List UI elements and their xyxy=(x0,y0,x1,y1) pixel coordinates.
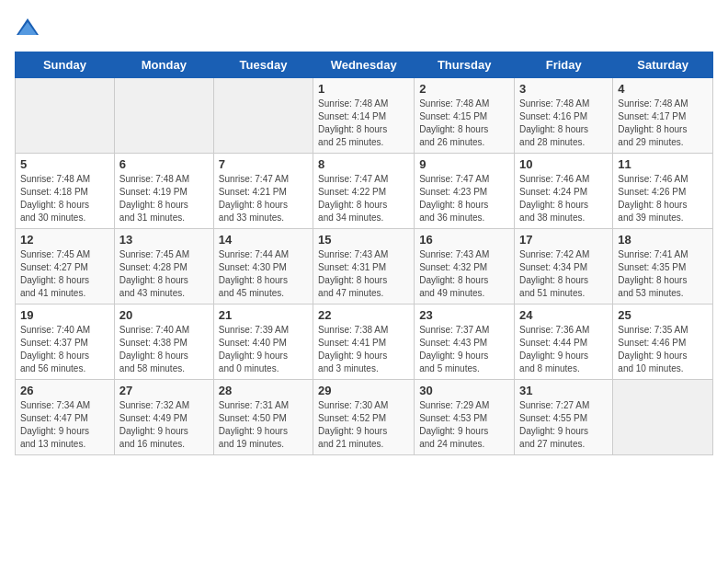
day-info: Sunrise: 7:29 AM Sunset: 4:53 PM Dayligh… xyxy=(419,399,509,451)
calendar-cell: 3Sunrise: 7:48 AM Sunset: 4:16 PM Daylig… xyxy=(515,78,613,154)
calendar-cell: 2Sunrise: 7:48 AM Sunset: 4:15 PM Daylig… xyxy=(415,78,515,154)
day-info: Sunrise: 7:48 AM Sunset: 4:19 PM Dayligh… xyxy=(119,173,209,224)
calendar-cell: 19Sunrise: 7:40 AM Sunset: 4:37 PM Dayli… xyxy=(16,304,115,380)
day-info: Sunrise: 7:47 AM Sunset: 4:23 PM Dayligh… xyxy=(419,173,509,224)
day-info: Sunrise: 7:37 AM Sunset: 4:43 PM Dayligh… xyxy=(419,324,509,375)
day-header-friday: Friday xyxy=(515,52,613,78)
calendar-cell xyxy=(16,78,115,154)
calendar-table: SundayMondayTuesdayWednesdayThursdayFrid… xyxy=(15,52,713,455)
calendar-week-1: 1Sunrise: 7:48 AM Sunset: 4:14 PM Daylig… xyxy=(16,78,713,154)
day-info: Sunrise: 7:43 AM Sunset: 4:32 PM Dayligh… xyxy=(419,248,509,300)
calendar-week-2: 5Sunrise: 7:48 AM Sunset: 4:18 PM Daylig… xyxy=(16,154,713,229)
calendar-cell: 28Sunrise: 7:31 AM Sunset: 4:50 PM Dayli… xyxy=(213,380,313,455)
day-info: Sunrise: 7:46 AM Sunset: 4:26 PM Dayligh… xyxy=(618,173,708,224)
calendar-cell: 14Sunrise: 7:44 AM Sunset: 4:30 PM Dayli… xyxy=(213,229,313,304)
calendar-week-5: 26Sunrise: 7:34 AM Sunset: 4:47 PM Dayli… xyxy=(16,380,713,455)
calendar-cell: 1Sunrise: 7:48 AM Sunset: 4:14 PM Daylig… xyxy=(313,78,415,154)
day-number: 25 xyxy=(618,308,708,322)
calendar-cell: 21Sunrise: 7:39 AM Sunset: 4:40 PM Dayli… xyxy=(213,304,313,380)
day-info: Sunrise: 7:48 AM Sunset: 4:14 PM Dayligh… xyxy=(318,98,409,149)
day-number: 20 xyxy=(119,308,209,322)
day-info: Sunrise: 7:44 AM Sunset: 4:30 PM Dayligh… xyxy=(219,248,308,300)
day-number: 10 xyxy=(519,157,608,171)
calendar-cell: 24Sunrise: 7:36 AM Sunset: 4:44 PM Dayli… xyxy=(515,304,613,380)
day-info: Sunrise: 7:31 AM Sunset: 4:50 PM Dayligh… xyxy=(219,399,308,451)
day-number: 4 xyxy=(618,82,708,96)
day-number: 28 xyxy=(219,384,308,397)
calendar-cell xyxy=(114,78,213,154)
calendar-cell: 12Sunrise: 7:45 AM Sunset: 4:27 PM Dayli… xyxy=(16,229,115,304)
day-number: 24 xyxy=(519,308,608,322)
page-header xyxy=(15,15,713,40)
day-info: Sunrise: 7:47 AM Sunset: 4:21 PM Dayligh… xyxy=(219,173,308,224)
calendar-cell: 23Sunrise: 7:37 AM Sunset: 4:43 PM Dayli… xyxy=(415,304,515,380)
day-info: Sunrise: 7:45 AM Sunset: 4:28 PM Dayligh… xyxy=(119,248,209,300)
calendar-cell: 8Sunrise: 7:47 AM Sunset: 4:22 PM Daylig… xyxy=(313,154,415,229)
calendar-cell: 29Sunrise: 7:30 AM Sunset: 4:52 PM Dayli… xyxy=(313,380,415,455)
day-info: Sunrise: 7:43 AM Sunset: 4:31 PM Dayligh… xyxy=(318,248,409,300)
day-info: Sunrise: 7:45 AM Sunset: 4:27 PM Dayligh… xyxy=(20,248,109,300)
day-number: 9 xyxy=(419,157,509,171)
calendar-cell: 31Sunrise: 7:27 AM Sunset: 4:55 PM Dayli… xyxy=(515,380,613,455)
day-number: 8 xyxy=(318,157,409,171)
day-info: Sunrise: 7:48 AM Sunset: 4:16 PM Dayligh… xyxy=(519,98,608,149)
day-info: Sunrise: 7:42 AM Sunset: 4:34 PM Dayligh… xyxy=(519,248,608,300)
day-number: 26 xyxy=(20,384,109,397)
day-number: 16 xyxy=(419,233,509,247)
day-number: 31 xyxy=(519,384,608,397)
day-info: Sunrise: 7:36 AM Sunset: 4:44 PM Dayligh… xyxy=(519,324,608,375)
day-number: 6 xyxy=(119,157,209,171)
day-info: Sunrise: 7:38 AM Sunset: 4:41 PM Dayligh… xyxy=(318,324,409,375)
calendar-week-3: 12Sunrise: 7:45 AM Sunset: 4:27 PM Dayli… xyxy=(16,229,713,304)
calendar-cell: 27Sunrise: 7:32 AM Sunset: 4:49 PM Dayli… xyxy=(114,380,213,455)
day-number: 22 xyxy=(318,308,409,322)
day-number: 27 xyxy=(119,384,209,397)
day-info: Sunrise: 7:48 AM Sunset: 4:17 PM Dayligh… xyxy=(618,98,708,149)
day-info: Sunrise: 7:27 AM Sunset: 4:55 PM Dayligh… xyxy=(519,399,608,451)
day-number: 23 xyxy=(419,308,509,322)
day-info: Sunrise: 7:35 AM Sunset: 4:46 PM Dayligh… xyxy=(618,324,708,375)
day-number: 30 xyxy=(419,384,509,397)
day-number: 19 xyxy=(20,308,109,322)
day-info: Sunrise: 7:40 AM Sunset: 4:37 PM Dayligh… xyxy=(20,324,109,375)
calendar-cell: 7Sunrise: 7:47 AM Sunset: 4:21 PM Daylig… xyxy=(213,154,313,229)
day-info: Sunrise: 7:41 AM Sunset: 4:35 PM Dayligh… xyxy=(618,248,708,300)
day-info: Sunrise: 7:48 AM Sunset: 4:18 PM Dayligh… xyxy=(20,173,109,224)
day-info: Sunrise: 7:48 AM Sunset: 4:15 PM Dayligh… xyxy=(419,98,509,149)
day-header-monday: Monday xyxy=(114,52,213,78)
calendar-cell: 17Sunrise: 7:42 AM Sunset: 4:34 PM Dayli… xyxy=(515,229,613,304)
day-number: 11 xyxy=(618,157,708,171)
day-number: 12 xyxy=(20,233,109,247)
day-number: 15 xyxy=(318,233,409,247)
day-number: 1 xyxy=(318,82,409,96)
day-header-thursday: Thursday xyxy=(415,52,515,78)
day-header-sunday: Sunday xyxy=(16,52,115,78)
day-info: Sunrise: 7:46 AM Sunset: 4:24 PM Dayligh… xyxy=(519,173,608,224)
day-info: Sunrise: 7:32 AM Sunset: 4:49 PM Dayligh… xyxy=(119,399,209,451)
day-number: 2 xyxy=(419,82,509,96)
calendar-cell: 30Sunrise: 7:29 AM Sunset: 4:53 PM Dayli… xyxy=(415,380,515,455)
calendar-cell: 26Sunrise: 7:34 AM Sunset: 4:47 PM Dayli… xyxy=(16,380,115,455)
calendar-week-4: 19Sunrise: 7:40 AM Sunset: 4:37 PM Dayli… xyxy=(16,304,713,380)
calendar-cell: 13Sunrise: 7:45 AM Sunset: 4:28 PM Dayli… xyxy=(114,229,213,304)
day-number: 29 xyxy=(318,384,409,397)
calendar-cell: 15Sunrise: 7:43 AM Sunset: 4:31 PM Dayli… xyxy=(313,229,415,304)
day-number: 18 xyxy=(618,233,708,247)
calendar-cell: 4Sunrise: 7:48 AM Sunset: 4:17 PM Daylig… xyxy=(613,78,713,154)
day-info: Sunrise: 7:34 AM Sunset: 4:47 PM Dayligh… xyxy=(20,399,109,451)
calendar-header-row: SundayMondayTuesdayWednesdayThursdayFrid… xyxy=(16,52,713,78)
logo-icon xyxy=(15,15,40,40)
calendar-cell: 18Sunrise: 7:41 AM Sunset: 4:35 PM Dayli… xyxy=(613,229,713,304)
day-number: 5 xyxy=(20,157,109,171)
calendar-cell: 22Sunrise: 7:38 AM Sunset: 4:41 PM Dayli… xyxy=(313,304,415,380)
calendar-cell xyxy=(213,78,313,154)
logo xyxy=(15,15,44,40)
day-info: Sunrise: 7:47 AM Sunset: 4:22 PM Dayligh… xyxy=(318,173,409,224)
calendar-cell: 5Sunrise: 7:48 AM Sunset: 4:18 PM Daylig… xyxy=(16,154,115,229)
day-number: 7 xyxy=(219,157,308,171)
day-info: Sunrise: 7:30 AM Sunset: 4:52 PM Dayligh… xyxy=(318,399,409,451)
day-info: Sunrise: 7:40 AM Sunset: 4:38 PM Dayligh… xyxy=(119,324,209,375)
calendar-cell: 6Sunrise: 7:48 AM Sunset: 4:19 PM Daylig… xyxy=(114,154,213,229)
day-number: 17 xyxy=(519,233,608,247)
calendar-cell: 16Sunrise: 7:43 AM Sunset: 4:32 PM Dayli… xyxy=(415,229,515,304)
